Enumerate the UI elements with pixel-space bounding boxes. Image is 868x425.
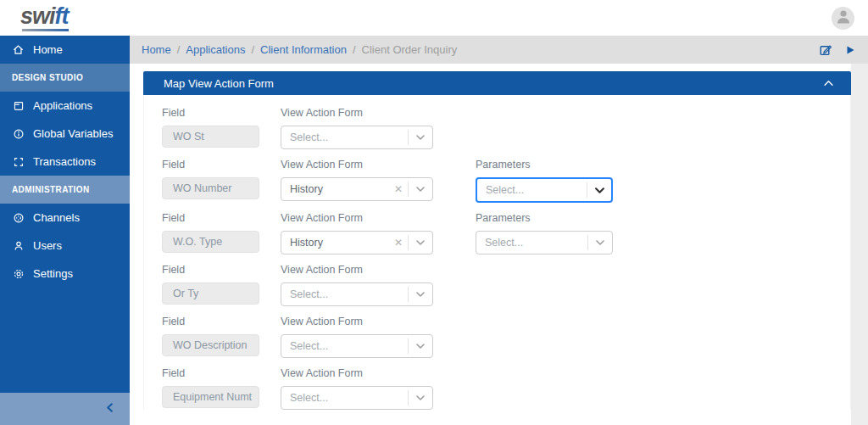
sidebar-item-global-variables[interactable]: Global Variables xyxy=(0,120,130,148)
chevron-left-icon xyxy=(105,401,116,417)
select-placeholder: Select... xyxy=(281,131,408,143)
chevron-down-icon[interactable] xyxy=(409,292,432,297)
field-label: Field xyxy=(162,212,259,224)
sidebar-item-users[interactable]: Users xyxy=(0,232,130,260)
sidebar-item-transactions[interactable]: Transactions xyxy=(0,148,130,176)
clear-x-icon[interactable]: ✕ xyxy=(389,237,408,249)
breadcrumb-actions xyxy=(819,43,856,57)
form-row: Field W.O. Type View Action Form History… xyxy=(162,212,850,254)
chevron-down-icon[interactable] xyxy=(588,240,612,245)
breadcrumb: Home / Applications / Client Information… xyxy=(130,36,868,64)
select-placeholder: Select... xyxy=(476,237,587,249)
view-action-form-select[interactable]: Select... xyxy=(281,334,433,358)
hub-icon xyxy=(12,211,25,224)
scroll-gutter xyxy=(851,64,868,425)
sidebar-item-label: Applications xyxy=(33,99,92,112)
expand-arrows-icon xyxy=(12,155,25,168)
chevron-down-icon[interactable] xyxy=(587,187,611,193)
select-value: History xyxy=(281,237,389,249)
view-action-form-label: View Action Form xyxy=(281,107,433,119)
person-icon xyxy=(12,239,25,252)
view-action-form-select[interactable]: Select... xyxy=(281,126,433,149)
play-icon[interactable] xyxy=(844,44,856,56)
sidebar-item-settings[interactable]: Settings xyxy=(0,260,130,288)
sidebar-collapse-button[interactable] xyxy=(0,393,130,425)
sidebar-nav: Home DESIGN STUDIO Applications Global V… xyxy=(0,36,130,425)
sidebar-section-design-studio: DESIGN STUDIO xyxy=(0,64,130,92)
view-action-form-select[interactable]: History ✕ xyxy=(281,177,433,201)
parameters-select[interactable]: Select... xyxy=(476,231,613,254)
breadcrumb-applications[interactable]: Applications xyxy=(186,43,245,56)
app-window: swift Home DESIGN STUDIO Applications xyxy=(0,0,868,425)
breadcrumb-separator: / xyxy=(251,43,254,56)
chevron-down-icon[interactable] xyxy=(409,187,432,192)
info-circle-icon xyxy=(12,127,25,140)
breadcrumb-home[interactable]: Home xyxy=(142,43,171,56)
field-input[interactable]: W.O. Type xyxy=(162,231,259,253)
map-view-action-form-panel: Map View Action Form Field WO St View Ac… xyxy=(143,71,851,419)
view-action-form-label: View Action Form xyxy=(281,367,433,379)
panel-title: Map View Action Form xyxy=(164,77,274,90)
chevron-down-icon[interactable] xyxy=(409,395,432,400)
person-icon xyxy=(833,6,854,30)
field-input[interactable]: Or Ty xyxy=(162,282,259,305)
form-row: Field WO Description View Action Form Se… xyxy=(162,316,850,358)
sidebar-item-home[interactable]: Home xyxy=(0,36,130,64)
parameters-select-focused[interactable]: Select... xyxy=(476,177,613,203)
swift-logo: swift xyxy=(20,5,69,31)
field-label: Field xyxy=(162,159,259,171)
section-label: ADMINISTRATION xyxy=(12,185,90,194)
select-placeholder: Select... xyxy=(281,340,408,352)
chevron-down-icon[interactable] xyxy=(409,240,432,245)
form-row: Field WO Number View Action Form History… xyxy=(162,159,850,203)
parameters-label: Parameters xyxy=(476,212,613,224)
field-label: Field xyxy=(162,367,259,379)
select-placeholder: Select... xyxy=(281,288,408,300)
field-input[interactable]: Equipment Numt xyxy=(162,386,259,408)
sidebar-section-administration: ADMINISTRATION xyxy=(0,176,130,204)
field-input[interactable]: WO Description xyxy=(162,334,259,356)
top-header: swift xyxy=(0,0,868,36)
view-action-form-select[interactable]: Select... xyxy=(281,386,433,410)
field-label: Field xyxy=(162,264,259,276)
logo-text-blue: ft xyxy=(55,3,69,29)
sidebar-item-label: Transactions xyxy=(33,155,96,168)
sidebar-item-label: Global Variables xyxy=(33,127,113,140)
chevron-down-icon[interactable] xyxy=(409,135,432,140)
chevron-up-icon[interactable] xyxy=(823,80,834,87)
main-content: Map View Action Form Field WO St View Ac… xyxy=(130,64,868,425)
window-icon xyxy=(12,99,25,112)
view-action-form-label: View Action Form xyxy=(281,212,433,224)
breadcrumb-separator: / xyxy=(177,43,181,56)
sidebar-item-label: Users xyxy=(33,239,62,252)
edit-icon[interactable] xyxy=(819,43,832,57)
view-action-form-select[interactable]: Select... xyxy=(281,282,433,306)
field-input[interactable]: WO Number xyxy=(162,177,259,199)
chevron-down-icon[interactable] xyxy=(409,344,432,349)
sidebar-item-label: Settings xyxy=(33,267,73,280)
view-action-form-select[interactable]: History ✕ xyxy=(281,231,433,254)
sidebar-item-applications[interactable]: Applications xyxy=(0,92,130,120)
gear-icon xyxy=(12,267,25,280)
breadcrumb-client-information[interactable]: Client Information xyxy=(260,43,347,56)
select-value: History xyxy=(281,183,389,195)
form-row: Field Equipment Numt View Action Form Se… xyxy=(162,367,850,410)
field-input[interactable]: WO St xyxy=(162,126,259,148)
user-avatar[interactable] xyxy=(832,7,854,30)
sidebar-item-label: Channels xyxy=(33,211,80,224)
parameters-label: Parameters xyxy=(476,159,613,171)
logo-text-gray: swi xyxy=(20,3,55,29)
panel-header[interactable]: Map View Action Form xyxy=(143,71,851,95)
field-label: Field xyxy=(162,316,259,327)
form-row: Field WO St View Action Form Select... xyxy=(162,107,850,149)
select-placeholder: Select... xyxy=(281,392,408,404)
sidebar-item-label: Home xyxy=(33,43,63,56)
view-action-form-label: View Action Form xyxy=(281,159,433,171)
select-placeholder: Select... xyxy=(477,184,587,196)
breadcrumb-separator: / xyxy=(353,43,356,56)
clear-x-icon[interactable]: ✕ xyxy=(389,183,408,195)
breadcrumb-current-page: Client Order Inquiry xyxy=(362,43,458,56)
sidebar-item-channels[interactable]: Channels xyxy=(0,204,130,232)
view-action-form-label: View Action Form xyxy=(281,264,433,276)
field-label: Field xyxy=(162,107,259,119)
